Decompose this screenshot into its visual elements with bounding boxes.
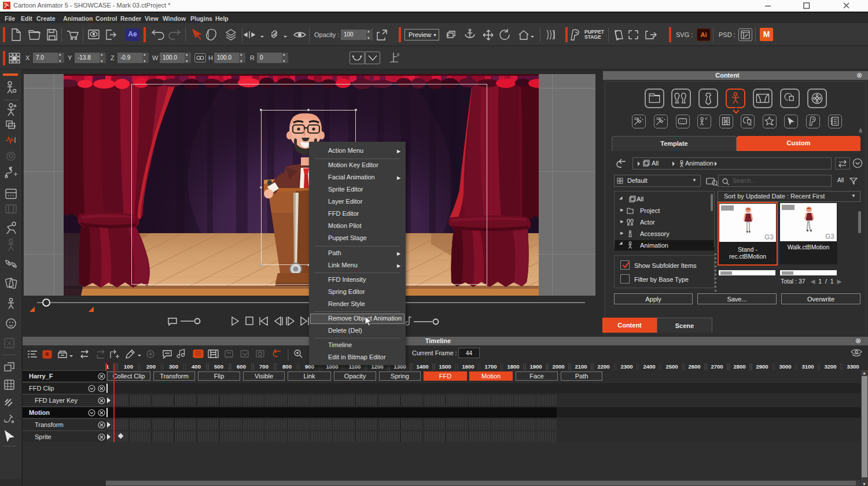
svg-text:3D: 3D <box>656 117 660 120</box>
svg-text:2D: 2D <box>634 117 638 120</box>
svg-text:0: 0 <box>397 53 399 57</box>
